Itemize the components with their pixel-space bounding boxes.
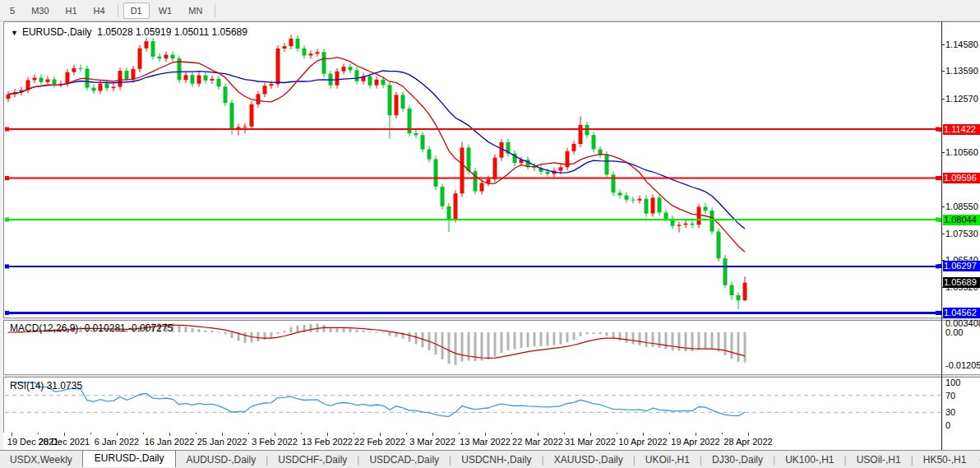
- date-tick: [169, 433, 170, 436]
- date-tick: [275, 433, 275, 436]
- hline-price-badge: 1.08044: [943, 215, 980, 225]
- timeframe-button-h1[interactable]: H1: [58, 2, 85, 19]
- rsi-panel-canvas[interactable]: [3, 378, 941, 433]
- date-label: 25 Jan 2022: [197, 437, 247, 447]
- price-axis-label: 1.10560: [945, 147, 978, 157]
- chart-title: ▼EURUSD-,Daily 1.05028 1.05919 1.05011 1…: [11, 26, 247, 38]
- chart-tab-4[interactable]: USDCAD-,Daily: [359, 452, 449, 467]
- timeframe-button-d1[interactable]: D1: [123, 2, 150, 19]
- timeframe-button-5[interactable]: 5: [2, 2, 22, 19]
- date-label: 28 Apr 2022: [723, 437, 772, 447]
- date-tick: [643, 433, 644, 436]
- date-minor-tick: [669, 433, 670, 434]
- date-minor-tick: [617, 433, 617, 434]
- chart-tabbar: USDX,WeeklyEURUSD-,DailyAUDUSD-,Daily|US…: [0, 451, 980, 468]
- macd-axis-label: 0.00: [945, 327, 963, 337]
- date-tick: [538, 433, 539, 436]
- timeframe-button-m30[interactable]: M30: [24, 2, 56, 19]
- chart-tab-2[interactable]: AUDUSD-,Daily: [176, 452, 266, 467]
- price-axis-line: [941, 21, 942, 450]
- mt4-terminal-window: 5M30H1H4D1W1MN ▼EURUSD-,Daily 1.05028 1.…: [0, 0, 980, 468]
- date-minor-tick: [722, 433, 723, 434]
- date-label: 16 Jan 2022: [145, 437, 195, 447]
- timeframe-button-w1[interactable]: W1: [151, 2, 180, 19]
- price-axis-label: 1.13590: [945, 66, 978, 76]
- date-label: 3 Mar 2022: [409, 437, 455, 447]
- date-tick: [380, 433, 381, 436]
- date-label: 6 Jan 2022: [95, 437, 139, 447]
- chart-ohlc-values: 1.05028 1.05919 1.05011 1.05689: [97, 26, 247, 38]
- date-minor-tick: [406, 433, 407, 434]
- rsi-axis-label: 30: [945, 407, 955, 417]
- date-label: 28 Dec 2021: [39, 437, 90, 447]
- tabs-scroll-left-icon[interactable]: ◄: [976, 455, 980, 465]
- date-tick: [222, 433, 223, 436]
- panel-splitter-macd[interactable]: [3, 317, 980, 321]
- date-tick: [485, 433, 486, 436]
- date-label: 13 Feb 2022: [302, 437, 353, 447]
- price-axis-label: 1.08550: [945, 202, 978, 211]
- date-tick: [117, 433, 118, 436]
- timeframe-button-mn[interactable]: MN: [181, 2, 210, 19]
- date-tick: [748, 433, 749, 436]
- chart-dropdown-arrow[interactable]: ▼: [11, 29, 18, 37]
- chart-symbol-label: EURUSD-,Daily: [22, 26, 92, 38]
- price-axis-label: 1.14580: [945, 39, 978, 49]
- toolbar-separator: [215, 4, 215, 17]
- date-tick: [64, 433, 65, 436]
- hline-price-badge: 1.11422: [943, 124, 980, 135]
- chart-tab-6[interactable]: XAUUSD-,Daily: [544, 452, 633, 467]
- timeframe-button-h4[interactable]: H4: [86, 2, 113, 19]
- date-label: 10 Apr 2022: [618, 437, 667, 447]
- date-label: 3 Feb 2022: [252, 437, 298, 447]
- macd-axis-label: -0.012058: [945, 360, 980, 370]
- panel-splitter-rsi[interactable]: [3, 374, 980, 378]
- date-minor-tick: [196, 433, 196, 434]
- date-axis[interactable]: 19 Dec 202128 Dec 20216 Jan 202216 Jan 2…: [3, 433, 941, 450]
- chart-tab-10[interactable]: USOil-,H1: [847, 452, 911, 467]
- date-tick: [432, 433, 433, 436]
- current-price-badge: 1.05689: [943, 277, 980, 288]
- chart-tab-0[interactable]: USDX,Weekly: [0, 452, 82, 467]
- rsi-axis-label: 70: [945, 391, 955, 401]
- hline-price-badge: 1.09596: [943, 173, 980, 183]
- chart-tab-1[interactable]: EURUSD-,Daily: [82, 450, 177, 467]
- chart-tab-5[interactable]: USDCNH-,Daily: [451, 452, 541, 467]
- hline-price-badge: 1.06297: [943, 261, 980, 271]
- date-tick: [12, 433, 12, 436]
- date-label: 31 Mar 2022: [565, 437, 616, 447]
- chart-tab-9[interactable]: UK100-,H1: [775, 452, 844, 467]
- chart-tab-7[interactable]: UKOil-,H1: [636, 452, 700, 467]
- toolbar-separator: [118, 4, 118, 17]
- date-minor-tick: [38, 433, 39, 434]
- chart-tab-8[interactable]: DJ30-,Daily: [702, 452, 773, 467]
- macd-indicator-label: MACD(12,26,9) -0.010281 -0.007275: [10, 322, 173, 334]
- date-minor-tick: [143, 433, 144, 434]
- date-minor-tick: [459, 433, 460, 434]
- price-axis-label: 1.07530: [945, 229, 978, 239]
- date-minor-tick: [564, 433, 565, 434]
- rsi-indicator-label: RSI(14) 31.0735: [10, 380, 82, 392]
- date-label: 19 Apr 2022: [671, 437, 719, 447]
- date-minor-tick: [90, 433, 91, 434]
- date-tick: [696, 433, 696, 436]
- price-axis-label: 1.12570: [945, 94, 978, 104]
- chart-tab-11[interactable]: HK50-,H1: [913, 452, 977, 467]
- date-label: 13 Mar 2022: [460, 437, 511, 447]
- rsi-axis-label: 100: [945, 378, 960, 387]
- date-minor-tick: [511, 433, 512, 434]
- date-tick: [327, 433, 328, 436]
- date-minor-tick: [248, 433, 249, 434]
- chart-tab-3[interactable]: USDCHF-,Daily: [268, 452, 357, 467]
- main-chart-canvas[interactable]: [3, 21, 941, 317]
- date-tick: [590, 433, 591, 436]
- timeframe-toolbar: 5M30H1H4D1W1MN: [0, 0, 980, 21]
- rsi-axis-label: 0: [945, 420, 950, 430]
- date-minor-tick: [354, 433, 354, 434]
- hline-price-badge: 1.04562: [943, 308, 980, 318]
- date-minor-tick: [301, 433, 302, 434]
- date-label: 22 Feb 2022: [354, 437, 405, 447]
- date-label: 22 Mar 2022: [512, 437, 563, 447]
